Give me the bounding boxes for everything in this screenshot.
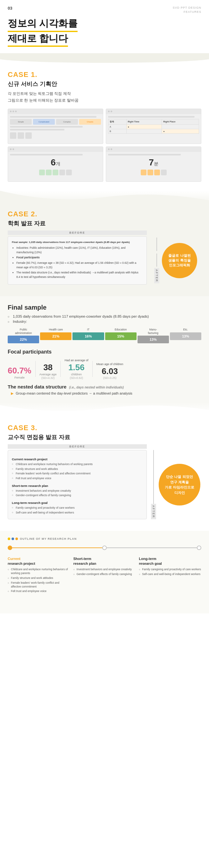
page: 03 SVD PPT DESIGN FEATURES 정보의 시각화를 제대로 … bbox=[0, 0, 209, 614]
case3-after-inner: AFTER 단순 나열 되었던연구 계획을가로 타임라인으로디자인 bbox=[151, 450, 200, 519]
ind-label: Etc. bbox=[183, 328, 188, 331]
before-doc-title: Final sample: 1,035 daily observations f… bbox=[12, 240, 143, 244]
mock-icon bbox=[154, 169, 160, 175]
doc-section-long: Long-term research goal bbox=[12, 500, 143, 505]
timeline-columns: Current research project Childcare and w… bbox=[8, 556, 201, 594]
mock-block: Chaotic bbox=[79, 119, 101, 125]
tl-col-title-3: Long-termresearch goal bbox=[139, 556, 201, 566]
case2-label: CASE 2. bbox=[8, 210, 201, 218]
stat-sub-mean-age: (SD=3.25) bbox=[96, 376, 123, 379]
doc-section-short: Short-term research plan bbox=[12, 483, 143, 488]
stat-sub-age: (SD=4.32) bbox=[39, 376, 57, 379]
mock-line bbox=[10, 154, 83, 155]
callout-text: 줄글로 나열된샘플의 특징을인포그래픽화 bbox=[168, 253, 190, 268]
screenshot-4: 7분 bbox=[106, 147, 201, 182]
mock-table: 항목 Right Time Right Place A ● B bbox=[108, 119, 199, 134]
mock-bignum-area: 6개 bbox=[10, 158, 101, 167]
case1-subtitle: 신규 서비스 기획안 bbox=[8, 80, 201, 88]
after-column: - AFTER 줄글로 나열된샘플의 특징을인포그래픽화 bbox=[150, 230, 201, 285]
tl-col-longterm: Long-termresearch goal Family caregiving… bbox=[139, 556, 201, 594]
tl-dot-3 bbox=[197, 546, 201, 550]
nested-arrow: ▶ Group-mean centered the day-level pred… bbox=[8, 391, 201, 396]
mock-line bbox=[10, 129, 64, 130]
bottom-padding bbox=[0, 601, 209, 614]
tl-item-1-3: Female leaders' work-family conflict and… bbox=[8, 581, 70, 589]
after-timeline-section: OUTLINE OF MY RESEARCH PLAN Current rese… bbox=[0, 531, 209, 601]
tl-line-2 bbox=[107, 548, 197, 548]
outline-label: OUTLINE OF MY RESEARCH PLAN bbox=[20, 537, 77, 540]
before-column: BEFORE Final sample: 1,035 daily observa… bbox=[8, 230, 147, 285]
stat-num-mean-age: 6.03 bbox=[96, 366, 123, 376]
case3-after-line-mid bbox=[153, 457, 154, 504]
table-cell: 항목 bbox=[108, 119, 127, 124]
doc-item: Female leaders' work-family conflict and… bbox=[12, 471, 143, 476]
case3-before-doc: Current research project Childcare and w… bbox=[8, 450, 147, 519]
dot-yellow bbox=[8, 537, 10, 540]
mock-body-2: 항목 Right Time Right Place A ● B bbox=[106, 114, 201, 135]
callout-bubble-case3: 단순 나열 되었던연구 계획을가로 타임라인으로디자인 bbox=[159, 464, 200, 505]
focal-section: Focal participants 60.7% Female 38 Avera… bbox=[8, 349, 201, 379]
mock-dot bbox=[12, 111, 14, 112]
tl-item-1-2: Family structure and work attitudes bbox=[8, 576, 70, 580]
mock-icons-row2 bbox=[108, 169, 199, 175]
case3-after-col: - AFTER 단순 나열 되었던연구 계획을가로 타임라인으로디자인 bbox=[150, 444, 201, 519]
ind-value: 22% bbox=[8, 336, 39, 343]
tl-col-title-2: Short-termresearch plan bbox=[73, 556, 136, 566]
tl-item-1-1: Childcare and workplace nurturing behavi… bbox=[8, 568, 70, 576]
stat-age: 38 Average age (SD=4.32) bbox=[39, 363, 57, 379]
stat-num-age: 38 bbox=[39, 363, 57, 372]
callout-text-3: 단순 나열 되었던연구 계획을가로 타임라인으로디자인 bbox=[165, 474, 194, 495]
mock-dot bbox=[111, 111, 112, 112]
tl-item-1-4: Felt trust and employee voice bbox=[8, 589, 70, 593]
callout-bubble-case2: 줄글로 나열된샘플의 특징을인포그래픽화 bbox=[162, 243, 197, 278]
mock-block: Complex bbox=[56, 119, 78, 125]
screenshot-1: Simple Complicated Complex Chaotic bbox=[8, 108, 103, 144]
table-cell: Right Time bbox=[126, 119, 162, 124]
stat-divider-1 bbox=[35, 361, 36, 377]
mock-dot bbox=[15, 111, 17, 112]
table-cell bbox=[162, 124, 199, 129]
doc-item: Family structure and work attitudes bbox=[12, 467, 143, 471]
mock-icon bbox=[141, 169, 147, 175]
tl-col-current: Current research project Childcare and w… bbox=[8, 556, 70, 594]
tl-dot-2 bbox=[102, 546, 107, 550]
case1-screenshots: Simple Complicated Complex Chaotic bbox=[8, 108, 201, 182]
after-line-top bbox=[156, 238, 157, 251]
mock-dot bbox=[108, 148, 110, 150]
mock-big-number: 6개 bbox=[10, 158, 101, 167]
before-item-3: Female (60.7%); Average age = 38 (SD = 4… bbox=[16, 261, 143, 270]
wave-svg-2 bbox=[0, 402, 209, 415]
nested-italic: (i.e., days nested within individuals) bbox=[69, 385, 124, 389]
before-after-wrapper: BEFORE Final sample: 1,035 daily observa… bbox=[8, 230, 201, 285]
stat-num-children: 1.56 bbox=[64, 363, 88, 372]
case3-before-label: BEFORE bbox=[8, 444, 147, 449]
industry-public: Publicadministration 22% bbox=[8, 328, 39, 343]
ind-value: 13% bbox=[138, 336, 169, 343]
table-cell: ● bbox=[126, 124, 162, 129]
mock-icon bbox=[39, 169, 45, 175]
main-title-line1: 정보의 시각화를 bbox=[8, 17, 78, 32]
mock-header-2 bbox=[106, 109, 201, 114]
table-cell: ● bbox=[162, 129, 199, 133]
doc-item: Gender-contingent effects of family care… bbox=[12, 493, 143, 498]
stat-divider-3 bbox=[92, 361, 93, 377]
tl-item-2-2: Gender-contingent effects of family care… bbox=[73, 572, 136, 576]
stat-sub-children: (SD=0.62) bbox=[64, 376, 88, 379]
mock-dot bbox=[10, 148, 11, 150]
mock-icon bbox=[46, 169, 52, 175]
ind-value: 15% bbox=[105, 332, 137, 340]
had-avg-label: Had an average of bbox=[64, 359, 88, 362]
tl-dot-1 bbox=[8, 546, 12, 550]
table-cell bbox=[126, 129, 162, 133]
case3-after-line-top bbox=[153, 450, 154, 457]
doc-item: Self-care and well-being of independent … bbox=[12, 510, 143, 515]
main-title-line2: 제대로 합니다 bbox=[8, 32, 68, 47]
industry-it: IT 16% bbox=[72, 328, 104, 343]
doc-item: Felt trust and employee voice bbox=[12, 476, 143, 481]
mock-header-4 bbox=[106, 147, 201, 152]
before-text: Industries: Public administration (22%),… bbox=[12, 246, 143, 279]
case3-after-spacer: - bbox=[173, 444, 179, 449]
mock-table-area: 항목 Right Time Right Place A ● B bbox=[108, 119, 199, 134]
stat-female: 60.7% Female bbox=[8, 366, 31, 379]
ind-value: 16% bbox=[72, 332, 104, 340]
